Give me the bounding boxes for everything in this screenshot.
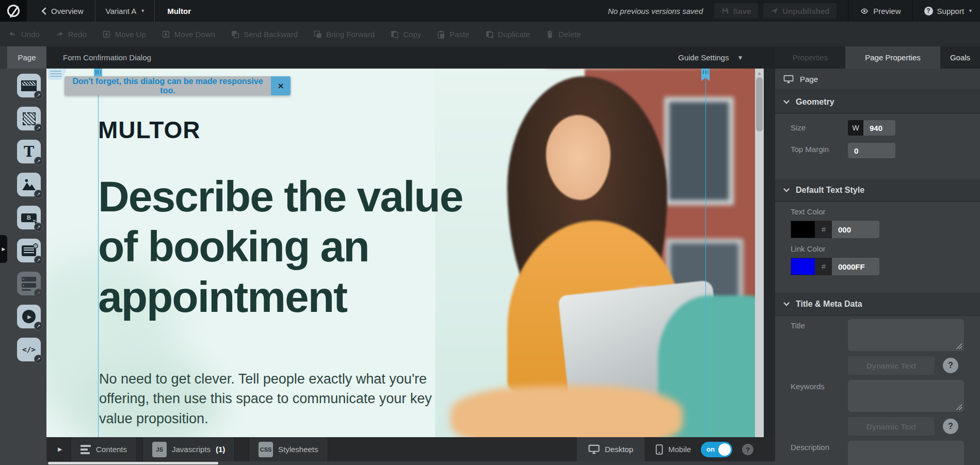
bring-forward-button[interactable]: Bring Forward — [313, 30, 375, 39]
form-confirmation-tool: ↗ — [17, 272, 41, 295]
save-button[interactable]: Save — [714, 3, 758, 19]
send-backward-button[interactable]: Send Backward — [231, 30, 298, 39]
box-tool[interactable]: ↗ — [17, 107, 41, 130]
page-properties-panel: Page Geometry Size W Top Margin Default … — [775, 69, 980, 465]
javascripts-count: (1) — [216, 445, 225, 454]
move-up-button[interactable]: Move Up — [102, 30, 146, 39]
support-dropdown[interactable]: ? Support ▼ — [924, 7, 973, 15]
drag-arrow-icon: ↗ — [34, 91, 43, 99]
mobile-icon — [655, 444, 663, 455]
contents-tab[interactable]: Contents — [71, 437, 137, 461]
tab-page-properties[interactable]: Page Properties — [845, 46, 940, 69]
app-logo[interactable] — [0, 0, 27, 22]
page-label: Page — [800, 75, 818, 84]
section-icon — [21, 80, 37, 91]
tab-properties[interactable]: Properties — [775, 46, 845, 69]
link-color-input[interactable] — [832, 258, 879, 275]
image-icon — [21, 178, 37, 191]
box-icon — [23, 112, 36, 125]
text-color-input[interactable] — [832, 221, 879, 238]
geometry-section: Size W Top Margin — [775, 114, 980, 179]
copy-icon — [390, 30, 399, 39]
canvas-horizontal-scrollbar[interactable] — [46, 461, 775, 465]
mobile-view-button[interactable]: Mobile — [655, 437, 691, 461]
drag-arrow-icon: ↗ — [34, 322, 43, 330]
undo-button[interactable]: Undo — [8, 30, 40, 39]
custom-html-tool[interactable]: </> ↗ — [17, 338, 41, 361]
text-style-section: Text Color # Link Color # — [775, 202, 980, 293]
drag-arrow-icon: ↗ — [34, 289, 43, 297]
preview-button[interactable]: Preview — [860, 7, 901, 15]
toggle-knob — [718, 443, 731, 456]
css-badge-icon: CSS — [259, 442, 273, 457]
right-panel-tabs: Properties Page Properties Goals — [775, 46, 980, 69]
help-icon[interactable]: ? — [943, 358, 958, 373]
paste-button[interactable]: Paste — [437, 30, 469, 39]
guide-line-right[interactable] — [705, 69, 706, 437]
drag-arrow-icon: ↗ — [34, 157, 43, 165]
description-textarea[interactable] — [848, 441, 964, 465]
redo-button[interactable]: Redo — [55, 30, 87, 39]
text-color-swatch[interactable] — [791, 221, 815, 238]
scrollbar-thumb[interactable] — [48, 462, 218, 464]
responsive-notice: Don't forget, this dialog can be made re… — [65, 76, 291, 95]
chevron-left-icon — [41, 7, 47, 15]
drag-arrow-icon: ↗ — [34, 190, 43, 198]
geometry-section-header[interactable]: Geometry — [775, 91, 980, 113]
default-text-style-header[interactable]: Default Text Style — [775, 179, 980, 202]
title-textarea[interactable] — [848, 319, 964, 351]
overview-back-button[interactable]: Overview — [41, 7, 84, 15]
variant-dropdown[interactable]: Variant A ▼ — [106, 7, 146, 15]
link-color-label: Link Color — [791, 244, 826, 253]
size-label: Size — [791, 123, 806, 132]
send-backward-icon — [231, 30, 239, 39]
title-meta-data-header[interactable]: Title & Meta Data — [775, 293, 980, 315]
bring-forward-icon — [313, 30, 322, 39]
hero-paragraph[interactable]: No need to get clever. Tell people exact… — [99, 369, 440, 428]
dynamic-text-button[interactable]: Dynamic Text — [848, 417, 935, 436]
eye-icon — [860, 7, 869, 15]
scrollbar-thumb[interactable] — [756, 77, 763, 131]
guide-line-left[interactable] — [98, 69, 99, 437]
javascripts-tab[interactable]: JS Javascripts (1) — [142, 437, 235, 461]
section-tool[interactable]: ↗ — [17, 74, 41, 97]
expand-contents-icon[interactable]: ▶ — [58, 446, 62, 453]
mobile-toggle[interactable]: on — [701, 442, 732, 457]
guide-settings-dropdown[interactable]: Guide Settings ▼ — [678, 46, 743, 69]
link-color-swatch[interactable] — [791, 258, 815, 275]
keywords-textarea[interactable] — [848, 380, 964, 412]
close-icon[interactable]: × — [271, 76, 291, 95]
scroll-up-icon[interactable]: ▲ — [755, 71, 764, 76]
move-down-button[interactable]: Move Down — [162, 30, 215, 39]
form-icon: × — [22, 245, 36, 256]
image-tool[interactable]: ↗ — [17, 173, 41, 196]
canvas-vertical-scrollbar[interactable]: ▲ — [755, 69, 764, 437]
multor-logo[interactable]: MULTOR — [98, 116, 201, 144]
paper-plane-icon — [770, 7, 778, 14]
stylesheets-tab[interactable]: CSS Stylesheets — [249, 437, 328, 461]
overview-label: Overview — [51, 7, 84, 15]
design-canvas[interactable]: Don't forget, this dialog can be made re… — [46, 69, 764, 437]
button-tool[interactable]: B ↗ — [17, 206, 41, 229]
duplicate-button[interactable]: Duplicate — [485, 30, 531, 39]
publish-status-button[interactable]: Unpublished — [763, 3, 837, 19]
form-tool[interactable]: × ↗ — [17, 239, 41, 262]
text-tool[interactable]: T ↗ — [17, 140, 41, 163]
video-tool[interactable]: ▶ ↗ — [17, 305, 41, 328]
top-margin-label: Top Margin — [791, 145, 829, 154]
top-margin-input[interactable] — [848, 143, 895, 158]
question-icon: ? — [924, 7, 933, 15]
sidebar-expand-arrow[interactable]: ▶ — [0, 235, 7, 263]
tab-goals[interactable]: Goals — [940, 46, 980, 69]
width-input[interactable] — [863, 120, 895, 136]
dynamic-text-button[interactable]: Dynamic Text — [848, 356, 935, 375]
hero-photo — [435, 69, 764, 437]
desktop-view-button[interactable]: Desktop — [577, 437, 645, 461]
tab-form-confirmation-dialog[interactable]: Form Confirmation Dialog — [63, 46, 151, 69]
help-icon[interactable]: ? — [943, 419, 958, 434]
copy-button[interactable]: Copy — [390, 30, 421, 39]
hero-heading[interactable]: Describe the value of booking an appoint… — [98, 172, 480, 322]
help-icon[interactable]: ? — [742, 444, 753, 455]
tab-page[interactable]: Page — [7, 46, 46, 69]
delete-button[interactable]: Delete — [545, 30, 581, 39]
